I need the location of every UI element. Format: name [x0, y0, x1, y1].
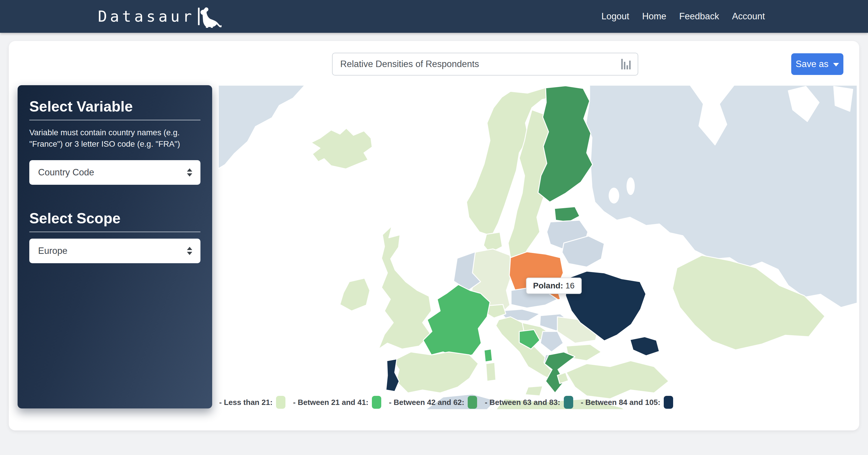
legend-swatch: [664, 396, 673, 409]
chart-title-field: [332, 53, 638, 75]
country-spain[interactable]: [393, 352, 478, 393]
legend-label: - Less than 21:: [219, 398, 273, 407]
tooltip-value: 16: [565, 281, 575, 290]
save-as-label: Save as: [796, 59, 829, 69]
nav-links: LogoutHomeFeedbackAccount: [601, 11, 765, 22]
country-ireland[interactable]: [340, 278, 370, 311]
up-down-caret-icon: [186, 246, 193, 256]
nav-link-account[interactable]: Account: [732, 11, 765, 22]
legend-label: - Between 84 and 105:: [581, 398, 660, 407]
chevron-down-icon: [833, 63, 839, 66]
legend-label: - Between 63 and 83:: [485, 398, 560, 407]
country-sardinia[interactable]: [486, 362, 496, 381]
legend-label: - Between 42 and 62:: [389, 398, 464, 407]
country-estonia[interactable]: [554, 207, 580, 222]
nav-link-home[interactable]: Home: [642, 11, 666, 22]
country-sicily[interactable]: [525, 386, 543, 396]
nav-link-feedback[interactable]: Feedback: [679, 11, 719, 22]
brand-logo[interactable]: Datasaur: [98, 5, 221, 28]
variable-help-text: Variable must contain country names (e.g…: [29, 127, 200, 150]
chart-title-input[interactable]: [332, 53, 638, 75]
country-uk[interactable]: [379, 226, 431, 349]
up-down-caret-icon: [186, 168, 193, 177]
map-legend: - Less than 21:- Between 21 and 41:- Bet…: [219, 396, 681, 409]
select-variable-heading: Select Variable: [29, 98, 200, 115]
legend-label: - Between 21 and 41:: [293, 398, 368, 407]
country-corsica[interactable]: [484, 349, 492, 362]
variable-select[interactable]: Country Code: [29, 160, 200, 185]
legend-swatch: [468, 396, 477, 409]
save-as-button[interactable]: Save as: [791, 53, 843, 75]
legend-swatch: [276, 396, 285, 409]
country-serbia[interactable]: [540, 331, 563, 352]
scope-select-value: Europe: [38, 246, 67, 256]
select-scope-heading: Select Scope: [29, 210, 200, 227]
brand-name: Datasaur: [98, 8, 194, 25]
country-greenland[interactable]: [218, 85, 305, 169]
country-iceland[interactable]: [311, 128, 372, 169]
legend-swatch: [564, 396, 573, 409]
country-finland[interactable]: [538, 86, 592, 202]
bars-icon: [621, 58, 631, 70]
nav-link-logout[interactable]: Logout: [601, 11, 629, 22]
controls-panel: Select Variable Variable must contain co…: [18, 85, 212, 409]
map-tooltip: Poland: 16: [526, 278, 582, 294]
europe-map: [218, 85, 857, 410]
country-turkey[interactable]: [566, 361, 669, 399]
scope-select[interactable]: Europe: [29, 239, 200, 263]
main-card: Save as Select Variable Variable must co…: [9, 41, 859, 430]
dinosaur-icon: [197, 5, 221, 28]
legend-swatch: [372, 396, 381, 409]
country-crimea[interactable]: [630, 337, 659, 356]
variable-select-value: Country Code: [38, 167, 94, 178]
tooltip-country: Poland:: [533, 281, 563, 290]
divider: [29, 120, 200, 120]
navbar: Datasaur LogoutHomeFeedbackAccount: [0, 0, 868, 33]
country-france[interactable]: [423, 285, 490, 358]
divider: [29, 232, 200, 232]
